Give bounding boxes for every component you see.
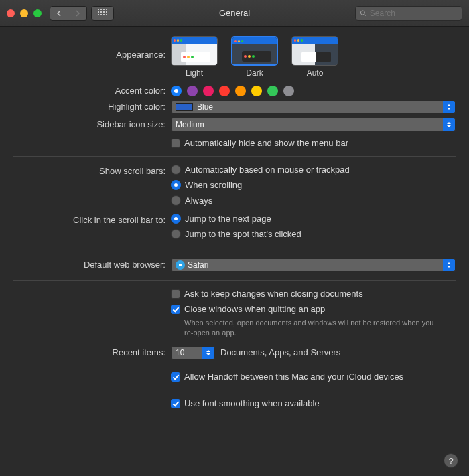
clickscroll-radio-next-page[interactable]: Jump to the next page xyxy=(171,214,456,224)
popup-arrows-icon xyxy=(443,101,455,113)
accent-label: Accent color: xyxy=(13,84,171,96)
scrollbars-opt3-label: Always xyxy=(185,195,212,206)
popup-arrows-icon xyxy=(443,259,455,271)
search-input[interactable] xyxy=(370,9,458,18)
appearance-thumb-light xyxy=(171,36,218,66)
recent-items-suffix: Documents, Apps, and Servers xyxy=(220,347,340,358)
scrollbars-radio-auto[interactable]: Automatically based on mouse or trackpad xyxy=(171,165,456,175)
checkbox-icon xyxy=(171,289,180,299)
radio-icon xyxy=(171,165,181,175)
menubar-autohide-checkbox[interactable]: Automatically hide and show the menu bar xyxy=(171,138,456,148)
show-all-button[interactable] xyxy=(91,6,114,21)
radio-icon xyxy=(171,195,181,206)
close-windows-label: Close windows when quitting an app xyxy=(184,304,325,314)
appearance-option-auto[interactable]: Auto xyxy=(291,36,338,78)
window-controls xyxy=(7,9,42,17)
scrollbars-opt2-label: When scrolling xyxy=(185,180,242,190)
accent-swatch[interactable] xyxy=(283,86,294,96)
highlight-popup[interactable]: Blue xyxy=(171,100,456,114)
accent-swatch[interactable] xyxy=(267,86,278,96)
recent-items-popup[interactable]: 10 xyxy=(171,346,215,360)
chevron-left-icon xyxy=(56,10,62,17)
checkbox-icon xyxy=(171,372,180,382)
accent-swatch[interactable] xyxy=(187,86,198,96)
grid-icon xyxy=(98,9,107,18)
menubar-autohide-label: Automatically hide and show the menu bar xyxy=(184,138,348,148)
content: Appearance: Light D xyxy=(0,27,469,422)
help-icon: ? xyxy=(448,456,453,466)
browser-label: Default web browser: xyxy=(13,258,171,270)
accent-swatch[interactable] xyxy=(235,86,246,96)
font-smoothing-checkbox[interactable]: Use font smoothing when available xyxy=(171,398,456,408)
minimize-window-button[interactable] xyxy=(20,9,28,17)
accent-swatch[interactable] xyxy=(219,86,230,96)
highlight-colorchip xyxy=(176,103,193,111)
appearance-option-light[interactable]: Light xyxy=(171,36,218,78)
checkbox-icon xyxy=(171,139,180,148)
appearance-label: Appearance: xyxy=(13,36,171,60)
scrollbars-opt1-label: Automatically based on mouse or trackpad xyxy=(185,165,350,175)
clickscroll-radio-jump-spot[interactable]: Jump to the spot that's clicked xyxy=(171,229,456,239)
recent-label: Recent items: xyxy=(13,346,171,358)
divider xyxy=(13,156,456,157)
chevron-right-icon xyxy=(75,10,80,17)
divider xyxy=(13,280,456,281)
help-button[interactable]: ? xyxy=(444,453,458,468)
highlight-value: Blue xyxy=(197,102,213,112)
svg-point-0 xyxy=(360,10,364,14)
search-field-wrap[interactable] xyxy=(355,6,462,21)
divider xyxy=(13,250,456,250)
appearance-label-dark: Dark xyxy=(246,68,263,78)
popup-arrows-icon xyxy=(202,347,214,359)
scrollbars-radio-when-scrolling[interactable]: When scrolling xyxy=(171,180,456,190)
accent-swatches xyxy=(171,84,456,96)
browser-popup[interactable]: Safari xyxy=(171,258,456,272)
close-windows-checkbox[interactable]: Close windows when quitting an app xyxy=(171,304,456,314)
highlight-label: Highlight color: xyxy=(13,100,171,112)
popup-arrows-icon xyxy=(443,118,455,131)
divider xyxy=(13,390,456,390)
zoom-window-button[interactable] xyxy=(34,9,42,17)
handoff-checkbox[interactable]: Allow Handoff between this Mac and your … xyxy=(171,372,456,382)
checkbox-icon xyxy=(171,305,180,314)
font-smoothing-label: Use font smoothing when available xyxy=(184,398,320,408)
appearance-label-auto: Auto xyxy=(307,68,324,78)
search-icon xyxy=(360,9,367,17)
checkbox-icon xyxy=(171,399,180,408)
ask-keep-label: Ask to keep changes when closing documen… xyxy=(184,289,363,299)
appearance-thumb-auto xyxy=(291,36,338,66)
ask-keep-checkbox[interactable]: Ask to keep changes when closing documen… xyxy=(171,289,456,299)
radio-icon xyxy=(171,180,181,190)
close-window-button[interactable] xyxy=(7,9,15,17)
back-button[interactable] xyxy=(50,6,68,21)
sidebar-label: Sidebar icon size: xyxy=(13,118,171,129)
browser-value: Safari xyxy=(188,260,208,270)
accent-swatch[interactable] xyxy=(251,86,262,96)
forward-button[interactable] xyxy=(68,6,87,21)
handoff-label: Allow Handoff between this Mac and your … xyxy=(184,372,403,382)
recent-items-value: 10 xyxy=(176,348,184,358)
appearance-thumb-dark xyxy=(231,36,278,66)
accent-swatch[interactable] xyxy=(203,86,214,96)
safari-icon xyxy=(176,260,185,270)
clickscroll-opt2-label: Jump to the spot that's clicked xyxy=(185,229,302,239)
close-windows-help: When selected, open documents and window… xyxy=(184,318,439,338)
clickscroll-opt1-label: Jump to the next page xyxy=(185,214,271,224)
appearance-option-dark[interactable]: Dark xyxy=(231,36,278,78)
radio-icon xyxy=(171,214,181,224)
clickscroll-label: Click in the scroll bar to: xyxy=(13,214,171,225)
scrollbars-label: Show scroll bars: xyxy=(13,165,171,176)
sidebar-size-popup[interactable]: Medium xyxy=(171,118,456,131)
accent-swatch[interactable] xyxy=(171,86,182,96)
svg-line-1 xyxy=(364,14,366,16)
radio-icon xyxy=(171,229,181,239)
titlebar: General xyxy=(0,0,469,27)
scrollbars-radio-always[interactable]: Always xyxy=(171,195,456,206)
nav-back-forward xyxy=(50,6,87,21)
sidebar-size-value: Medium xyxy=(176,120,204,129)
appearance-label-light: Light xyxy=(186,68,203,78)
